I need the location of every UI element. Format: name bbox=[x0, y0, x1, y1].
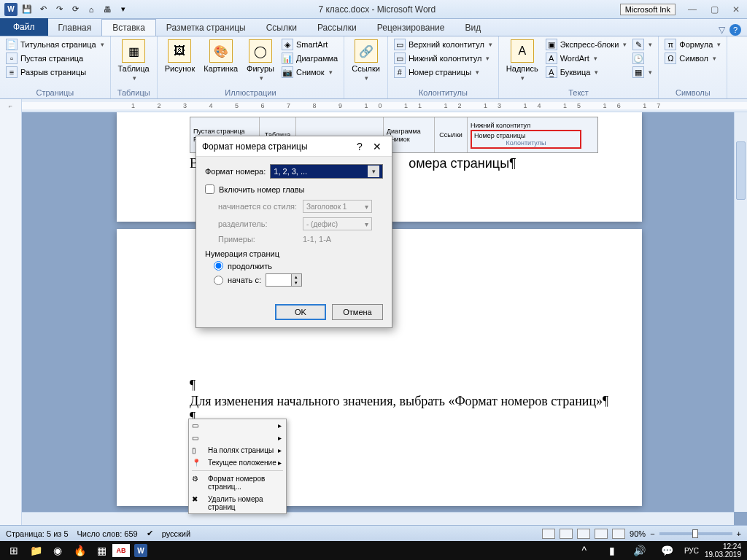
refresh-icon[interactable]: ⟳ bbox=[69, 3, 82, 16]
spin-up-icon[interactable]: ▴ bbox=[291, 274, 301, 280]
shapes-button[interactable]: ◯Фигуры▾ bbox=[244, 38, 277, 83]
ctx-item-top[interactable]: ▭ ▸ bbox=[189, 419, 286, 432]
view-outline-button[interactable] bbox=[595, 529, 608, 539]
dropcap-button[interactable]: A̲Буквица▾ bbox=[544, 66, 629, 79]
scrollbar-horizontal[interactable] bbox=[22, 512, 734, 525]
volume-icon[interactable]: 🔊 bbox=[629, 542, 651, 559]
ctx-item-format[interactable]: ⚙Формат номеров страниц... bbox=[189, 472, 286, 493]
ctx-item-current[interactable]: 📍Текущее положение▸ bbox=[189, 456, 286, 469]
ctx-item-margins[interactable]: ▯На полях страницы▸ bbox=[189, 444, 286, 456]
dialog-titlebar[interactable]: Формат номера страницы ? ✕ bbox=[196, 136, 392, 157]
signature-button[interactable]: ✎▾ bbox=[631, 38, 654, 51]
page-break-button[interactable]: ≡Разрыв страницы bbox=[4, 66, 106, 79]
home-icon[interactable]: ⌂ bbox=[85, 3, 98, 16]
zoom-slider[interactable] bbox=[659, 532, 732, 535]
qat-dropdown-icon[interactable]: ▾ bbox=[117, 3, 130, 16]
header-button[interactable]: ▭Верхний колонтитул▾ bbox=[392, 38, 494, 51]
flame-icon[interactable]: 🔥 bbox=[69, 542, 90, 559]
status-language[interactable]: русский bbox=[162, 529, 190, 538]
table-button[interactable]: ▦Таблица▾ bbox=[115, 38, 152, 83]
ok-button[interactable]: OK bbox=[275, 304, 326, 320]
screenshot-button[interactable]: 📷Снимок▾ bbox=[280, 66, 339, 79]
undo-icon[interactable]: ↶ bbox=[36, 3, 50, 16]
scrollbar-thumb[interactable] bbox=[736, 141, 746, 200]
chart-button[interactable]: 📊Диаграмма bbox=[280, 52, 339, 65]
chrome-icon[interactable]: ◉ bbox=[47, 542, 69, 559]
tab-view[interactable]: Вид bbox=[454, 20, 491, 36]
format-combo[interactable]: 1, 2, 3, ... ▾ bbox=[270, 164, 383, 179]
taskbar-clock[interactable]: 12:24 19.03.2019 bbox=[705, 542, 744, 559]
tab-page-layout[interactable]: Разметка страницы bbox=[156, 20, 256, 36]
ctx-item-remove[interactable]: ✖Удалить номера страниц bbox=[189, 493, 286, 513]
quickparts-button[interactable]: ▣Экспресс-блоки▾ bbox=[544, 38, 629, 51]
tab-insert[interactable]: Вставка bbox=[101, 19, 156, 36]
ruler-horizontal[interactable]: 1 2 3 4 5 6 7 8 9 10 11 12 13 14 15 16 1… bbox=[22, 102, 747, 109]
footer-button[interactable]: ▭Нижний колонтитул▾ bbox=[392, 52, 494, 65]
word-icon[interactable]: W bbox=[4, 3, 18, 16]
dialog-close-button[interactable]: ✕ bbox=[368, 141, 386, 152]
action-center-icon[interactable]: 💬 bbox=[657, 542, 678, 559]
ruler-vertical[interactable] bbox=[0, 112, 22, 525]
tab-review[interactable]: Рецензирование bbox=[367, 20, 455, 36]
wordart-button[interactable]: AWordArt▾ bbox=[544, 52, 629, 65]
minimize-button[interactable]: — bbox=[681, 1, 703, 18]
start-at-spinner[interactable]: ▴▾ bbox=[266, 273, 302, 287]
datetime-button[interactable]: 🕒 bbox=[631, 52, 654, 65]
spin-down-icon[interactable]: ▾ bbox=[291, 280, 301, 286]
file-explorer-icon[interactable]: 📁 bbox=[25, 542, 47, 559]
ab-icon[interactable]: АВ bbox=[112, 544, 130, 557]
start-at-input[interactable] bbox=[266, 274, 291, 286]
symbol-button[interactable]: ΩСимвол▾ bbox=[663, 52, 722, 65]
status-page[interactable]: Страница: 5 из 5 bbox=[6, 529, 69, 538]
tray-chevron-icon[interactable]: ^ bbox=[573, 542, 595, 559]
clipart-button[interactable]: 🎨Картинка bbox=[201, 38, 241, 74]
tab-home[interactable]: Главная bbox=[48, 20, 102, 36]
maximize-button[interactable]: ▢ bbox=[703, 1, 725, 18]
network-icon[interactable]: ▮ bbox=[601, 542, 623, 559]
start-at-radio[interactable] bbox=[214, 276, 223, 285]
zoom-thumb[interactable] bbox=[692, 529, 698, 538]
help-icon[interactable]: ? bbox=[729, 24, 741, 36]
links-button[interactable]: 🔗Ссылки▾ bbox=[349, 38, 383, 83]
zoom-out-button[interactable]: − bbox=[650, 529, 654, 538]
continue-radio[interactable] bbox=[214, 261, 223, 271]
zoom-in-button[interactable]: + bbox=[737, 529, 741, 538]
start-button[interactable]: ⊞ bbox=[3, 542, 25, 559]
tab-mailings[interactable]: Рассылки bbox=[307, 20, 367, 36]
page-margins-icon: ▯ bbox=[192, 446, 204, 456]
textbox-icon: A bbox=[511, 39, 534, 63]
equation-button[interactable]: πФормула▾ bbox=[663, 38, 722, 51]
blank-page-button[interactable]: ▫Пустая страница bbox=[4, 52, 106, 65]
textbox-button[interactable]: AНадпись▾ bbox=[503, 38, 541, 83]
view-print-layout-button[interactable] bbox=[542, 529, 555, 539]
include-chapter-checkbox[interactable] bbox=[205, 184, 214, 194]
redo-icon[interactable]: ↷ bbox=[53, 3, 66, 16]
calculator-icon[interactable]: ▦ bbox=[90, 542, 112, 559]
page-number-button[interactable]: #Номер страницы▾ bbox=[392, 66, 494, 79]
object-button[interactable]: ▦▾ bbox=[631, 66, 654, 79]
view-full-screen-button[interactable] bbox=[560, 529, 573, 539]
zoom-level[interactable]: 90% bbox=[630, 529, 646, 538]
smartart-button[interactable]: ◈SmartArt bbox=[280, 38, 339, 51]
tab-references[interactable]: Ссылки bbox=[256, 20, 307, 36]
word-taskbar-icon[interactable]: W bbox=[130, 542, 152, 559]
status-words[interactable]: Число слов: 659 bbox=[77, 529, 138, 538]
taskbar-lang[interactable]: РУС bbox=[684, 547, 699, 555]
picture-button[interactable]: 🖼Рисунок bbox=[162, 38, 198, 74]
close-button[interactable]: ✕ bbox=[725, 1, 747, 18]
ctx-item-bottom[interactable]: ▭ ▸ bbox=[189, 432, 286, 444]
save-icon[interactable]: 💾 bbox=[20, 3, 34, 16]
minimize-ribbon-icon[interactable]: ▽ bbox=[719, 25, 725, 35]
chevron-down-icon[interactable]: ▾ bbox=[368, 166, 379, 177]
view-web-button[interactable] bbox=[577, 529, 590, 539]
view-draft-button[interactable] bbox=[612, 529, 625, 539]
ink-button[interactable]: Microsoft Ink bbox=[620, 4, 676, 15]
group-tables: ▦Таблица▾ Таблицы bbox=[111, 36, 158, 98]
dialog-help-button[interactable]: ? bbox=[351, 141, 368, 152]
print-icon[interactable]: 🖶 bbox=[101, 3, 114, 16]
spell-check-icon[interactable]: ✔ bbox=[147, 529, 153, 538]
scrollbar-vertical[interactable] bbox=[734, 112, 747, 512]
title-page-button[interactable]: 📄Титульная страница▾ bbox=[4, 38, 106, 51]
file-tab[interactable]: Файл bbox=[0, 18, 48, 36]
cancel-button[interactable]: Отмена bbox=[332, 304, 383, 320]
